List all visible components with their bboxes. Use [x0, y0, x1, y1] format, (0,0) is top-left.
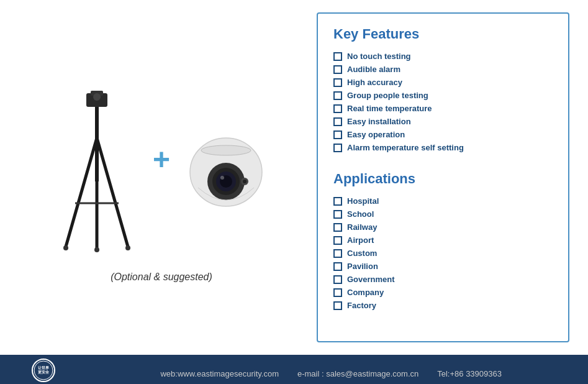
footer-logo: 让世界 更安全 Building A Safer World [19, 359, 68, 385]
footer-email: e-mail : sales@eastimage.com.cn [297, 369, 418, 378]
checkbox-icon [333, 91, 342, 100]
feature-item: Easy installation [333, 117, 553, 126]
left-panel: + [19, 12, 304, 342]
feature-label: Easy operation [347, 130, 405, 139]
svg-point-2 [93, 93, 101, 101]
application-item: Hospital [333, 196, 553, 206]
svg-point-19 [243, 180, 247, 183]
feature-label: Alarm temperature self setting [347, 143, 464, 152]
camera-image [183, 129, 269, 216]
features-list: No touch testingAudible alarmHigh accura… [333, 52, 553, 152]
logo-circle: 让世界 更安全 [32, 359, 55, 382]
application-label: Government [347, 275, 395, 284]
applications-title: Applications [333, 171, 553, 187]
feature-item: Group people testing [333, 91, 553, 100]
application-item: Custom [333, 249, 553, 258]
checkbox-icon [333, 301, 342, 310]
feature-label: Audible alarm [347, 65, 400, 74]
checkbox-icon [333, 223, 342, 232]
application-label: Railway [347, 222, 377, 232]
equipment-area: + [53, 85, 269, 259]
checkbox-icon [333, 249, 342, 258]
checkbox-icon [333, 236, 342, 245]
application-label: Hospital [347, 196, 379, 206]
checkbox-icon [333, 78, 342, 87]
footer: 让世界 更安全 Building A Safer World web:www.e… [0, 355, 588, 384]
footer-info: web:www.eastimagesecurity.com e-mail : s… [93, 369, 569, 378]
tripod-image [53, 85, 140, 259]
optional-label: (Optional & suggested) [111, 272, 212, 283]
checkbox-icon [333, 197, 342, 206]
application-label: Factory [347, 301, 376, 310]
application-item: School [333, 209, 553, 219]
applications-list: HospitalSchoolRailwayAirportCustomPavili… [333, 196, 553, 310]
plus-icon: + [153, 142, 170, 201]
application-label: School [347, 209, 374, 219]
checkbox-icon [333, 52, 342, 61]
checkbox-icon [333, 275, 342, 284]
application-item: Government [333, 275, 553, 284]
feature-label: Easy installation [347, 117, 411, 126]
feature-item: Audible alarm [333, 65, 553, 74]
svg-text:让世界: 让世界 [38, 365, 50, 370]
feature-label: No touch testing [347, 52, 411, 61]
feature-item: No touch testing [333, 52, 553, 61]
checkbox-icon [333, 144, 342, 152]
application-label: Pavilion [347, 262, 378, 271]
checkbox-icon [333, 117, 342, 126]
checkbox-icon [333, 130, 342, 139]
checkbox-icon [333, 210, 342, 219]
checkbox-icon [333, 288, 342, 297]
feature-item: Easy operation [333, 130, 553, 139]
application-label: Custom [347, 249, 377, 258]
feature-label: High accuracy [347, 78, 402, 87]
feature-label: Real time temperature [347, 104, 432, 113]
svg-point-12 [201, 145, 251, 155]
svg-point-8 [63, 245, 68, 250]
main-content: + [0, 0, 588, 355]
feature-item: High accuracy [333, 78, 553, 87]
svg-point-17 [220, 176, 224, 180]
checkbox-icon [333, 104, 342, 113]
svg-point-10 [94, 247, 99, 252]
application-label: Company [347, 288, 384, 297]
application-label: Airport [347, 235, 374, 245]
application-item: Pavilion [333, 262, 553, 271]
svg-line-4 [66, 138, 97, 247]
feature-item: Alarm temperature self setting [333, 143, 553, 152]
checkbox-icon [333, 65, 342, 74]
right-panel: Key Features No touch testingAudible ala… [317, 12, 569, 342]
footer-tel: Tel:+86 33909363 [437, 369, 502, 378]
application-item: Railway [333, 222, 553, 232]
features-title: Key Features [333, 26, 553, 42]
application-item: Factory [333, 301, 553, 310]
application-item: Airport [333, 235, 553, 245]
svg-point-9 [125, 245, 130, 250]
feature-label: Group people testing [347, 91, 428, 100]
feature-item: Real time temperature [333, 104, 553, 113]
svg-line-5 [97, 138, 128, 247]
application-item: Company [333, 288, 553, 297]
svg-text:更安全: 更安全 [37, 370, 50, 374]
footer-web: web:www.eastimagesecurity.com [160, 369, 279, 378]
checkbox-icon [333, 262, 342, 271]
